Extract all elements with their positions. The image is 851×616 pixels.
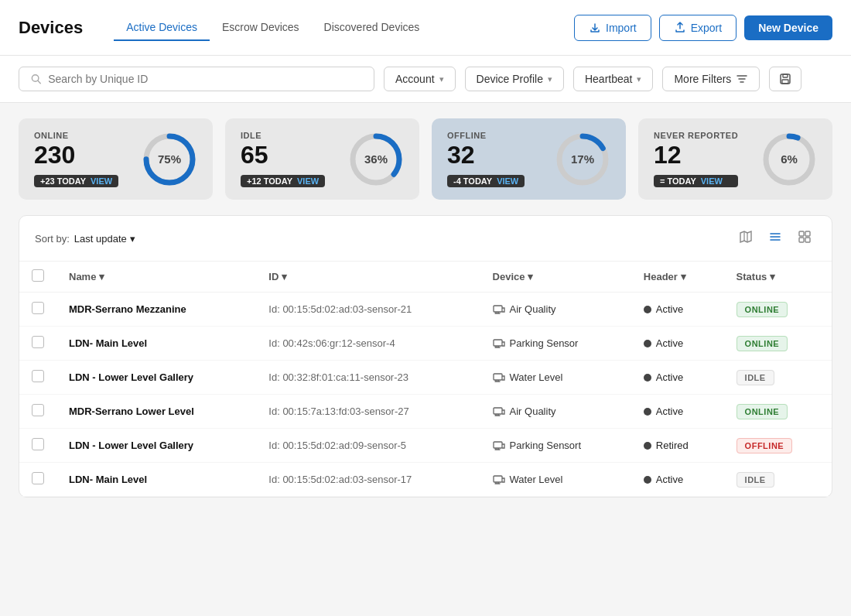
tab-active-devices[interactable]: Active Devices — [114, 15, 210, 41]
status-badge: IDLE — [737, 472, 774, 488]
view-icons — [734, 227, 816, 250]
header-dot-icon — [644, 340, 651, 347]
more-filters-button[interactable]: More Filters — [662, 67, 760, 91]
device-id: Id: 00:15:5d:02:ad:03-sensor-17 — [268, 474, 412, 485]
save-filter-button[interactable] — [769, 67, 801, 91]
row-checkbox[interactable] — [32, 370, 44, 382]
svg-rect-21 — [494, 476, 502, 482]
donut-wrap: 36% — [348, 132, 404, 187]
heartbeat-chevron-icon: ▾ — [637, 74, 641, 84]
table-row[interactable]: LDN - Lower Level Gallery Id: 00:32:8f:0… — [19, 361, 832, 395]
svg-rect-16 — [494, 306, 502, 312]
status-badge: ONLINE — [737, 302, 788, 317]
devices-table: Name ▾ ID ▾ Device ▾ Header ▾ Status ▾ M… — [19, 262, 832, 497]
stat-label: OFFLINE — [447, 131, 525, 140]
device-type: Parking Sensor — [493, 337, 619, 349]
device-name: LDN- Main Level — [69, 337, 147, 349]
device-id: Id: 00:15:5d:02:ad:03-sensor-21 — [268, 303, 412, 315]
account-chevron-icon: ▾ — [439, 74, 444, 84]
table-row[interactable]: LDN - Lower Level Gallery Id: 00:15:5d:0… — [19, 429, 832, 463]
device-id: Id: 00:32:8f:01:ca:11-sensor-23 — [268, 371, 408, 383]
donut-label: 36% — [364, 152, 388, 166]
table-row[interactable]: LDN- Main Level Id: 00:42s:06:gr:12-sens… — [19, 327, 832, 361]
device-sort-icon: ▾ — [528, 271, 533, 282]
heartbeat-filter[interactable]: Heartbeat ▾ — [573, 67, 653, 91]
table-row[interactable]: MDR-Serrano Lower Level Id: 00:15:7a:13:… — [19, 395, 832, 429]
stat-view-link[interactable]: VIEW — [297, 176, 319, 186]
donut-label: 17% — [571, 152, 594, 166]
status-badge: OFFLINE — [737, 438, 793, 453]
stat-card-never-reported: NEVER REPORTED 12 = TODAY VIEW 6% — [638, 118, 832, 200]
select-all-checkbox[interactable] — [32, 269, 44, 282]
stat-view-link[interactable]: VIEW — [701, 176, 723, 186]
stat-info: NEVER REPORTED 12 = TODAY VIEW — [654, 131, 738, 187]
search-icon — [30, 73, 42, 85]
grid-icon — [798, 230, 812, 244]
table-toolbar: Sort by: Last update ▾ — [19, 216, 832, 262]
row-checkbox[interactable] — [32, 336, 44, 348]
row-checkbox[interactable] — [32, 438, 44, 450]
top-bar: Devices Active Devices Escrow Devices Di… — [0, 0, 851, 56]
svg-rect-17 — [494, 340, 502, 346]
list-view-button[interactable] — [764, 227, 787, 250]
device-type: Air Quality — [493, 303, 619, 315]
device-header-status: Active — [644, 406, 712, 417]
svg-rect-2 — [783, 74, 788, 77]
stat-card-offline: OFFLINE 32 -4 TODAY VIEW 17% — [432, 118, 626, 200]
new-device-button[interactable]: New Device — [744, 15, 832, 40]
row-checkbox[interactable] — [32, 472, 44, 484]
search-wrap[interactable] — [19, 67, 374, 91]
tab-discovered-devices[interactable]: Discovered Devices — [312, 15, 432, 41]
donut-wrap: 75% — [142, 132, 197, 187]
stat-view-link[interactable]: VIEW — [497, 176, 518, 186]
tab-escrow-devices[interactable]: Escrow Devices — [210, 15, 312, 41]
stat-badge: +23 TODAY VIEW — [34, 175, 118, 187]
device-name: LDN - Lower Level Gallery — [69, 371, 193, 383]
search-input[interactable] — [48, 73, 363, 85]
stat-card-idle: IDLE 65 +12 TODAY VIEW 36% — [225, 118, 419, 200]
stat-view-link[interactable]: VIEW — [91, 176, 112, 186]
device-type-icon — [493, 338, 505, 349]
device-header-status: Active — [644, 371, 712, 383]
grid-view-button[interactable] — [793, 227, 816, 250]
device-name: LDN - Lower Level Gallery — [69, 440, 193, 451]
map-icon — [739, 230, 753, 244]
header-sort-icon: ▾ — [681, 271, 686, 282]
device-id: Id: 00:15:7a:13:fd:03-sensor-27 — [268, 406, 408, 417]
save-icon — [779, 73, 791, 85]
sort-by: Sort by: Last update ▾ — [35, 233, 135, 245]
donut-wrap: 6% — [761, 132, 817, 187]
table-row[interactable]: LDN- Main Level Id: 00:15:5d:02:ad:03-se… — [19, 463, 832, 497]
col-id[interactable]: ID ▾ — [268, 271, 467, 282]
device-type: Water Level — [493, 371, 619, 383]
account-filter[interactable]: Account ▾ — [384, 67, 456, 91]
donut-wrap: 17% — [555, 132, 610, 187]
export-button[interactable]: Export — [659, 15, 737, 41]
svg-rect-12 — [799, 231, 804, 236]
table-row[interactable]: MDR-Serrano Mezzanine Id: 00:15:5d:02:ad… — [19, 293, 832, 327]
row-checkbox[interactable] — [32, 302, 44, 314]
row-checkbox[interactable] — [32, 404, 44, 416]
sort-value[interactable]: Last update ▾ — [74, 233, 135, 245]
device-id: Id: 00:15:5d:02:ad:09-sensor-5 — [268, 440, 406, 451]
col-name[interactable]: Name ▾ — [69, 271, 244, 282]
stat-label: ONLINE — [34, 131, 118, 140]
stat-badge: +12 TODAY VIEW — [241, 175, 325, 187]
stat-number: 32 — [447, 142, 525, 169]
import-button[interactable]: Import — [574, 15, 651, 41]
col-header[interactable]: Header ▾ — [644, 271, 712, 282]
header-dot-icon — [644, 408, 651, 416]
nav-tabs: Active Devices Escrow Devices Discovered… — [114, 15, 549, 41]
content-area: Sort by: Last update ▾ — [19, 215, 832, 498]
filter-lines-icon — [736, 73, 748, 85]
svg-rect-13 — [805, 231, 810, 236]
svg-rect-15 — [805, 238, 810, 242]
import-icon — [589, 22, 601, 34]
col-status[interactable]: Status ▾ — [737, 271, 819, 282]
export-icon — [674, 22, 686, 34]
map-view-button[interactable] — [734, 227, 757, 250]
header-dot-icon — [644, 306, 651, 313]
device-profile-filter[interactable]: Device Profile ▾ — [465, 67, 564, 91]
list-icon — [768, 230, 782, 244]
col-device[interactable]: Device ▾ — [493, 271, 619, 282]
